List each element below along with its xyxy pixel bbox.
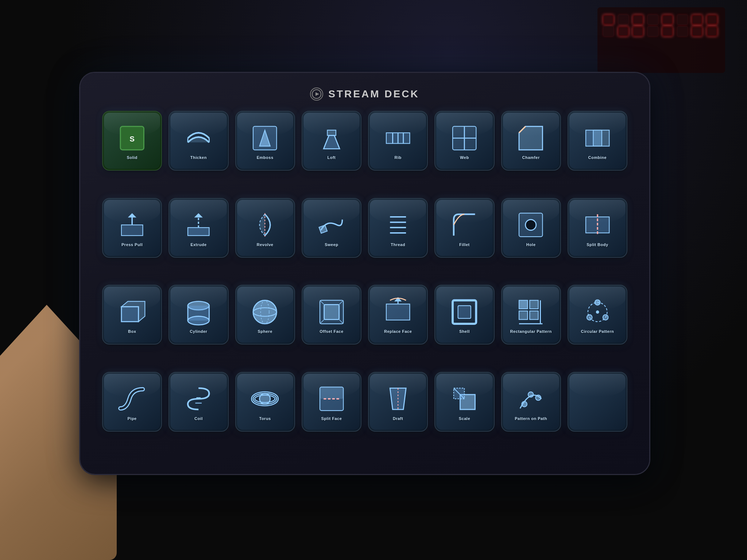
svg-point-68 xyxy=(596,310,599,314)
svg-marker-26 xyxy=(194,213,203,218)
sd-button-revolve[interactable]: Revolve xyxy=(235,198,295,258)
combine-label: Combine xyxy=(588,155,607,160)
emboss-icon xyxy=(247,122,282,154)
keyboard-key xyxy=(647,15,658,25)
replace-face-icon xyxy=(380,296,415,328)
hole-icon xyxy=(513,209,548,241)
sweep-icon xyxy=(314,209,349,241)
svg-rect-60 xyxy=(519,311,527,319)
stream-deck-logo xyxy=(310,88,323,101)
keyboard-key xyxy=(677,26,688,36)
button-grid: SSolidThickenEmbossLoftRibWebChamferComb… xyxy=(102,111,627,452)
thicken-label: Thicken xyxy=(190,155,207,160)
torus-icon xyxy=(247,383,282,415)
sd-button-thicken[interactable]: Thicken xyxy=(169,111,228,171)
sd-button-shell[interactable]: Shell xyxy=(434,285,494,345)
keyboard-key xyxy=(692,15,703,25)
svg-rect-77 xyxy=(320,387,343,399)
svg-point-44 xyxy=(253,300,276,323)
sphere-label: Sphere xyxy=(258,329,272,334)
sd-button-replace-face[interactable]: Replace Face xyxy=(368,285,428,345)
sd-button-empty[interactable] xyxy=(568,372,627,432)
svg-point-83 xyxy=(522,401,527,407)
thread-label: Thread xyxy=(391,242,405,247)
sd-button-emboss[interactable]: Emboss xyxy=(235,111,295,171)
sd-button-fillet[interactable]: Fillet xyxy=(434,198,494,258)
pipe-label: Pipe xyxy=(128,416,137,421)
sd-button-sphere[interactable]: Sphere xyxy=(235,285,295,345)
rib-label: Rib xyxy=(395,155,402,160)
svg-rect-57 xyxy=(458,306,471,318)
sd-button-split-face[interactable]: Split Face xyxy=(302,372,361,432)
revolve-label: Revolve xyxy=(257,242,274,247)
sd-button-pipe[interactable]: Pipe xyxy=(102,372,162,432)
sd-button-coil[interactable]: Coil xyxy=(169,372,228,432)
sd-button-draft[interactable]: Draft xyxy=(368,372,428,432)
thicken-icon xyxy=(181,122,216,154)
circular-pattern-label: Circular Pattern xyxy=(581,329,614,334)
sweep-label: Sweep xyxy=(325,242,338,247)
cylinder-label: Cylinder xyxy=(190,329,207,334)
sd-button-combine[interactable]: Combine xyxy=(568,111,627,171)
split-body-icon xyxy=(580,209,615,241)
svg-rect-48 xyxy=(324,304,339,319)
sd-button-sweep[interactable]: Sweep xyxy=(302,198,361,258)
web-label: Web xyxy=(460,155,469,160)
replace-face-label: Replace Face xyxy=(384,329,412,334)
chamfer-icon xyxy=(513,122,548,154)
keyboard-key xyxy=(618,26,629,36)
keyboard-key xyxy=(632,26,643,36)
keyboard-key xyxy=(692,26,703,36)
keyboard-key xyxy=(707,15,717,25)
pattern-on-path-label: Pattern on Path xyxy=(515,416,547,421)
sd-button-press-pull[interactable]: Press Pull xyxy=(102,198,162,258)
scale-icon xyxy=(447,383,482,415)
box-icon xyxy=(115,296,150,328)
empty-icon xyxy=(580,386,615,418)
cylinder-icon xyxy=(181,296,216,328)
sd-button-split-body[interactable]: Split Body xyxy=(568,198,627,258)
sd-button-chamfer[interactable]: Chamfer xyxy=(501,111,561,171)
svg-rect-53 xyxy=(386,304,410,320)
sd-button-box[interactable]: Box xyxy=(102,285,162,345)
svg-point-66 xyxy=(603,315,608,320)
keyboard-key xyxy=(603,26,614,36)
sd-button-thread[interactable]: Thread xyxy=(368,198,428,258)
svg-point-67 xyxy=(587,315,592,320)
sd-button-extrude[interactable]: Extrude xyxy=(169,198,228,258)
web-icon xyxy=(447,122,482,154)
sd-button-rectangular-pattern[interactable]: Rectangular Pattern xyxy=(501,285,561,345)
svg-point-41 xyxy=(188,316,209,324)
coil-label: Coil xyxy=(194,416,203,421)
combine-icon xyxy=(580,122,615,154)
pattern-on-path-icon xyxy=(513,383,548,415)
draft-label: Draft xyxy=(393,416,403,421)
loft-label: Loft xyxy=(327,155,336,160)
sd-button-loft[interactable]: Loft xyxy=(302,111,361,171)
sd-button-pattern-on-path[interactable]: Pattern on Path xyxy=(501,372,561,432)
keyboard-key xyxy=(677,15,688,25)
sd-button-hole[interactable]: Hole xyxy=(501,198,561,258)
keyboard-key xyxy=(662,26,673,36)
solid-icon: S xyxy=(115,122,150,154)
svg-rect-20 xyxy=(593,130,609,146)
svg-point-65 xyxy=(595,300,600,305)
sd-button-cylinder[interactable]: Cylinder xyxy=(169,285,228,345)
thread-icon xyxy=(380,209,415,241)
sd-button-torus[interactable]: Torus xyxy=(235,372,295,432)
sd-button-circular-pattern[interactable]: Circular Pattern xyxy=(568,285,627,345)
svg-rect-28 xyxy=(319,225,327,233)
keyboard-key xyxy=(707,26,717,36)
sd-button-web[interactable]: Web xyxy=(434,111,494,171)
sd-button-solid[interactable]: SSolid xyxy=(102,111,162,171)
keyboard-key xyxy=(632,15,643,25)
svg-text:S: S xyxy=(129,134,135,143)
sd-button-rib[interactable]: Rib xyxy=(368,111,428,171)
sd-button-offset-face[interactable]: Offset Face xyxy=(302,285,361,345)
split-face-label: Split Face xyxy=(321,416,342,421)
svg-rect-37 xyxy=(121,307,139,322)
svg-point-85 xyxy=(536,395,541,401)
press-pull-label: Press Pull xyxy=(121,242,143,247)
sd-button-scale[interactable]: Scale xyxy=(434,372,494,432)
loft-icon xyxy=(314,122,349,154)
